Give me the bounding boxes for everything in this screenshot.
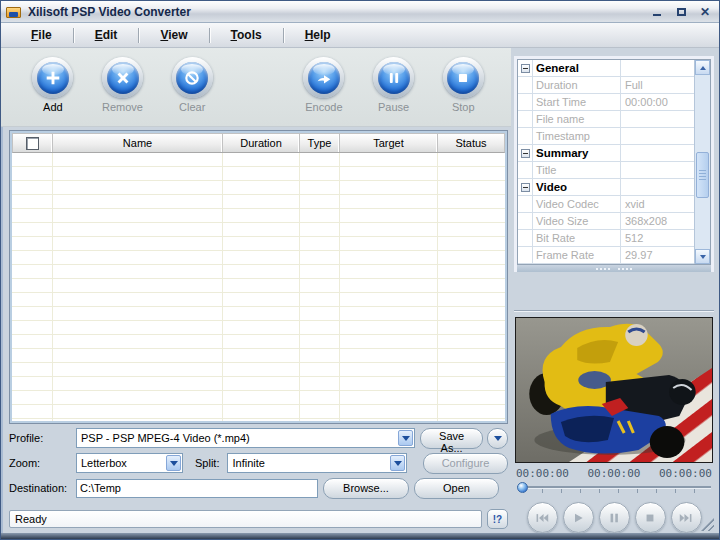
titlebar: Xilisoft PSP Video Converter ✕: [1, 1, 719, 23]
collapse-icon[interactable]: [521, 64, 530, 73]
column-header-target[interactable]: Target: [340, 134, 438, 152]
remove-icon: [107, 62, 139, 94]
property-row: Start Time 00:00:00: [518, 94, 694, 111]
statusbar: Ready !?: [9, 506, 508, 532]
column-header-type[interactable]: Type: [300, 134, 340, 152]
configure-button[interactable]: Configure: [423, 453, 508, 474]
tip-button[interactable]: !?: [487, 509, 508, 529]
menu-view[interactable]: View: [150, 26, 197, 44]
destination-row: Destination: Browse... Open: [9, 477, 508, 499]
property-section: Summary: [518, 145, 694, 162]
pause-button[interactable]: Pause: [372, 57, 416, 113]
time-current: 00:00:00: [588, 467, 641, 480]
column-divider: [52, 153, 53, 421]
add-button[interactable]: Add: [31, 57, 75, 113]
property-row: Frame Rate 29.97: [518, 247, 694, 264]
skip-back-icon: [535, 512, 549, 524]
zoom-label: Zoom:: [9, 457, 76, 469]
seek-ticks: [523, 489, 711, 493]
menu-separator: [209, 28, 210, 43]
profile-select[interactable]: PSP - PSP MPEG-4 Video (*.mp4): [76, 428, 415, 448]
profile-row: Profile: PSP - PSP MPEG-4 Video (*.mp4) …: [9, 427, 508, 449]
stop-icon: [644, 512, 656, 524]
minimize-button[interactable]: [651, 6, 663, 18]
column-header-name[interactable]: Name: [53, 134, 223, 152]
maximize-button[interactable]: [675, 6, 687, 18]
zoom-split-row: Zoom: Letterbox Split: Infinite Configur…: [9, 452, 508, 474]
select-all-checkbox[interactable]: [26, 137, 39, 150]
property-section: Video: [518, 179, 694, 196]
panel-gap: [514, 272, 714, 310]
pause-playback-button[interactable]: [599, 502, 630, 533]
save-as-button[interactable]: Save As...: [420, 428, 483, 449]
close-button[interactable]: ✕: [699, 6, 711, 18]
stop-playback-button[interactable]: [635, 502, 666, 533]
menu-help[interactable]: Help: [295, 26, 341, 44]
transport-controls: [515, 502, 713, 533]
chevron-down-icon[interactable]: [390, 455, 405, 471]
browse-button[interactable]: Browse...: [323, 478, 409, 499]
scroll-up-button[interactable]: [695, 60, 710, 75]
chevron-down-icon[interactable]: [166, 455, 181, 471]
property-grid-scrollbar[interactable]: [694, 60, 710, 264]
property-row: Video Size 368x208: [518, 213, 694, 230]
app-window: Xilisoft PSP Video Converter ✕ File Edit…: [0, 0, 720, 540]
property-grid-hscrollbar[interactable]: [517, 265, 711, 272]
clear-button[interactable]: Clear: [170, 57, 214, 113]
play-icon: [572, 512, 584, 524]
column-divider: [437, 153, 438, 421]
menu-file[interactable]: File: [21, 26, 62, 44]
destination-input[interactable]: [76, 479, 318, 498]
menu-edit[interactable]: Edit: [85, 26, 128, 44]
scrollbar-thumb[interactable]: [696, 152, 709, 198]
list-header: Name Duration Type Target Status: [12, 133, 505, 153]
scroll-down-button[interactable]: [695, 249, 710, 264]
property-row: Duration Full: [518, 77, 694, 94]
content: Add Remove Clear: [1, 48, 719, 533]
zoom-select[interactable]: Letterbox: [76, 453, 183, 473]
player-section: 00:00:00 00:00:00 00:00:00: [514, 310, 714, 533]
add-icon: [37, 62, 69, 94]
skip-forward-button[interactable]: [671, 502, 702, 533]
stop-button[interactable]: Stop: [441, 57, 485, 113]
chevron-down-icon: [494, 436, 502, 441]
window-frame-bottom: [1, 533, 719, 539]
chevron-down-icon[interactable]: [398, 430, 413, 446]
play-button[interactable]: [563, 502, 594, 533]
collapse-icon[interactable]: [521, 149, 530, 158]
menu-separator: [73, 28, 74, 43]
maximize-icon: [677, 8, 686, 16]
right-column: General Duration Full Start Time 00:00:0…: [511, 48, 719, 533]
skip-forward-icon: [679, 512, 693, 524]
remove-button[interactable]: Remove: [101, 57, 145, 113]
column-header-duration[interactable]: Duration: [223, 134, 300, 152]
skip-back-button[interactable]: [527, 502, 558, 533]
file-list-panel: Name Duration Type Target Status: [9, 130, 508, 424]
app-icon: [6, 4, 22, 20]
seek-thumb[interactable]: [517, 482, 528, 493]
video-preview: [515, 317, 713, 463]
column-divider: [339, 153, 340, 421]
chevron-up-icon: [700, 66, 706, 70]
encode-button[interactable]: Encode: [302, 57, 346, 113]
menu-tools[interactable]: Tools: [221, 26, 272, 44]
property-row: Video Codec xvid: [518, 196, 694, 213]
time-total: 00:00:00: [659, 467, 712, 480]
split-select[interactable]: Infinite: [227, 453, 407, 473]
close-icon: ✕: [700, 6, 710, 18]
open-button[interactable]: Open: [414, 478, 499, 499]
seek-slider[interactable]: [515, 481, 713, 495]
seek-track[interactable]: [517, 486, 711, 488]
profile-label: Profile:: [9, 432, 76, 444]
menu-separator: [283, 28, 284, 43]
menubar: File Edit View Tools Help: [1, 23, 719, 48]
toolbar: Add Remove Clear: [1, 48, 511, 127]
pause-icon: [378, 62, 410, 94]
clear-icon: [176, 62, 208, 94]
column-header-status[interactable]: Status: [438, 134, 504, 152]
property-row: Title: [518, 162, 694, 179]
file-list[interactable]: [12, 153, 505, 421]
profile-more-button[interactable]: [487, 428, 508, 449]
menu-separator: [138, 28, 139, 43]
collapse-icon[interactable]: [521, 183, 530, 192]
